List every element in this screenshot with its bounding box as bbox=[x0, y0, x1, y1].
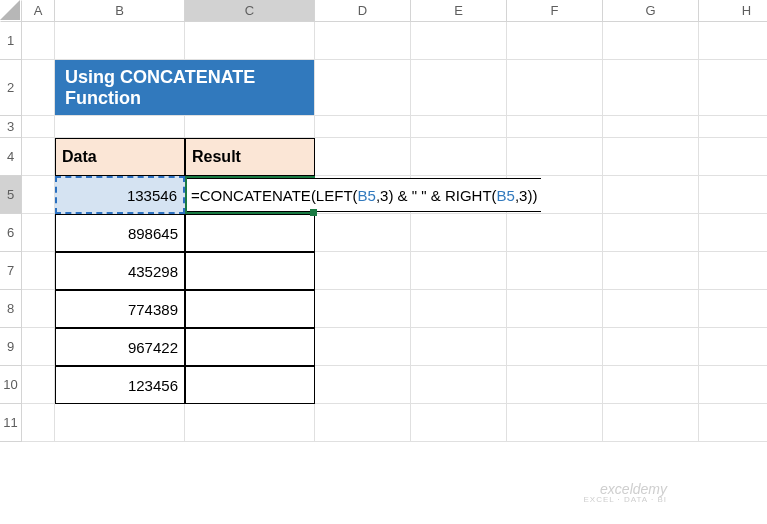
cell-F7[interactable] bbox=[507, 252, 603, 290]
cell-D6[interactable] bbox=[315, 214, 411, 252]
cell-E1[interactable] bbox=[411, 22, 507, 60]
cell-H7[interactable] bbox=[699, 252, 767, 290]
cell-A3[interactable] bbox=[22, 116, 55, 138]
row-header-5[interactable]: 5 bbox=[0, 176, 22, 214]
row-header-6[interactable]: 6 bbox=[0, 214, 22, 252]
cell-F11[interactable] bbox=[507, 404, 603, 442]
cell-G1[interactable] bbox=[603, 22, 699, 60]
cell-F10[interactable] bbox=[507, 366, 603, 404]
cell-G6[interactable] bbox=[603, 214, 699, 252]
cell-D9[interactable] bbox=[315, 328, 411, 366]
cell-B1[interactable] bbox=[55, 22, 185, 60]
cell-C3[interactable] bbox=[185, 116, 315, 138]
cell-B7[interactable]: 435298 bbox=[55, 252, 185, 290]
cell-G7[interactable] bbox=[603, 252, 699, 290]
cell-F8[interactable] bbox=[507, 290, 603, 328]
cell-H10[interactable] bbox=[699, 366, 767, 404]
cell-F4[interactable] bbox=[507, 138, 603, 176]
cell-H4[interactable] bbox=[699, 138, 767, 176]
row-header-2[interactable]: 2 bbox=[0, 60, 22, 116]
cell-E2[interactable] bbox=[411, 60, 507, 116]
cell-E4[interactable] bbox=[411, 138, 507, 176]
cell-E9[interactable] bbox=[411, 328, 507, 366]
cell-G5[interactable] bbox=[603, 176, 699, 214]
cell-F2[interactable] bbox=[507, 60, 603, 116]
cell-H5[interactable] bbox=[699, 176, 767, 214]
cell-B11[interactable] bbox=[55, 404, 185, 442]
cell-C5[interactable]: =CONCATENATE(LEFT(B5,3) & " " & RIGHT(B5… bbox=[185, 176, 315, 214]
cell-A4[interactable] bbox=[22, 138, 55, 176]
cell-A5[interactable] bbox=[22, 176, 55, 214]
cell-D8[interactable] bbox=[315, 290, 411, 328]
col-header-A[interactable]: A bbox=[22, 0, 55, 22]
row-header-10[interactable]: 10 bbox=[0, 366, 22, 404]
cell-D11[interactable] bbox=[315, 404, 411, 442]
cell-B3[interactable] bbox=[55, 116, 185, 138]
cell-E3[interactable] bbox=[411, 116, 507, 138]
row-header-4[interactable]: 4 bbox=[0, 138, 22, 176]
cell-G10[interactable] bbox=[603, 366, 699, 404]
cell-F9[interactable] bbox=[507, 328, 603, 366]
cell-E6[interactable] bbox=[411, 214, 507, 252]
fill-handle[interactable] bbox=[310, 209, 317, 216]
cell-G2[interactable] bbox=[603, 60, 699, 116]
cell-A6[interactable] bbox=[22, 214, 55, 252]
col-header-F[interactable]: F bbox=[507, 0, 603, 22]
cell-F6[interactable] bbox=[507, 214, 603, 252]
cell-H9[interactable] bbox=[699, 328, 767, 366]
cell-E10[interactable] bbox=[411, 366, 507, 404]
col-header-E[interactable]: E bbox=[411, 0, 507, 22]
cell-A2[interactable] bbox=[22, 60, 55, 116]
row-header-1[interactable]: 1 bbox=[0, 22, 22, 60]
cell-G8[interactable] bbox=[603, 290, 699, 328]
col-header-G[interactable]: G bbox=[603, 0, 699, 22]
cell-A8[interactable] bbox=[22, 290, 55, 328]
cell-A9[interactable] bbox=[22, 328, 55, 366]
row-header-9[interactable]: 9 bbox=[0, 328, 22, 366]
cell-F1[interactable] bbox=[507, 22, 603, 60]
col-header-C[interactable]: C bbox=[185, 0, 315, 22]
cell-D1[interactable] bbox=[315, 22, 411, 60]
cell-D10[interactable] bbox=[315, 366, 411, 404]
cell-B6[interactable]: 898645 bbox=[55, 214, 185, 252]
row-header-11[interactable]: 11 bbox=[0, 404, 22, 442]
cell-B5[interactable]: 133546 bbox=[55, 176, 185, 214]
cell-C11[interactable] bbox=[185, 404, 315, 442]
cell-C8[interactable] bbox=[185, 290, 315, 328]
cell-A7[interactable] bbox=[22, 252, 55, 290]
cell-H1[interactable] bbox=[699, 22, 767, 60]
cell-H6[interactable] bbox=[699, 214, 767, 252]
cell-B10[interactable]: 123456 bbox=[55, 366, 185, 404]
cell-D4[interactable] bbox=[315, 138, 411, 176]
cell-G3[interactable] bbox=[603, 116, 699, 138]
cell-H8[interactable] bbox=[699, 290, 767, 328]
cell-C10[interactable] bbox=[185, 366, 315, 404]
header-data[interactable]: Data bbox=[55, 138, 185, 176]
cell-G11[interactable] bbox=[603, 404, 699, 442]
cell-H3[interactable] bbox=[699, 116, 767, 138]
cell-D2[interactable] bbox=[315, 60, 411, 116]
cell-E8[interactable] bbox=[411, 290, 507, 328]
cell-C1[interactable] bbox=[185, 22, 315, 60]
cell-B9[interactable]: 967422 bbox=[55, 328, 185, 366]
cell-G9[interactable] bbox=[603, 328, 699, 366]
cell-G4[interactable] bbox=[603, 138, 699, 176]
cell-F3[interactable] bbox=[507, 116, 603, 138]
row-header-7[interactable]: 7 bbox=[0, 252, 22, 290]
cell-A1[interactable] bbox=[22, 22, 55, 60]
cell-A10[interactable] bbox=[22, 366, 55, 404]
cell-A11[interactable] bbox=[22, 404, 55, 442]
col-header-H[interactable]: H bbox=[699, 0, 767, 22]
cell-E11[interactable] bbox=[411, 404, 507, 442]
cell-H2[interactable] bbox=[699, 60, 767, 116]
col-header-D[interactable]: D bbox=[315, 0, 411, 22]
row-header-3[interactable]: 3 bbox=[0, 116, 22, 138]
header-result[interactable]: Result bbox=[185, 138, 315, 176]
cell-C6[interactable] bbox=[185, 214, 315, 252]
cell-H11[interactable] bbox=[699, 404, 767, 442]
row-header-8[interactable]: 8 bbox=[0, 290, 22, 328]
select-all-corner[interactable] bbox=[0, 0, 22, 22]
cell-D7[interactable] bbox=[315, 252, 411, 290]
cell-E7[interactable] bbox=[411, 252, 507, 290]
cell-D3[interactable] bbox=[315, 116, 411, 138]
